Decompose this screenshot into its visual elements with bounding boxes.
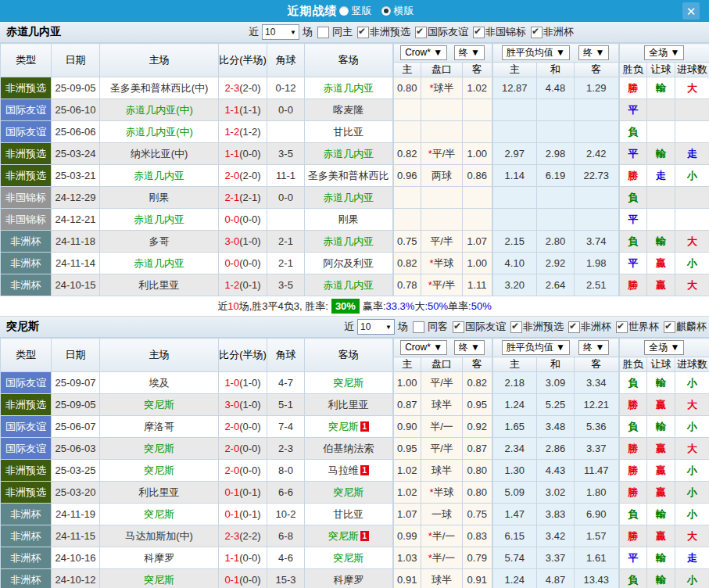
avg-home: 1.65: [492, 416, 537, 438]
match-row: 非洲杯24-11-14赤道几内亚0-0(0-0)2-1阿尔及利亚0.82*半球1…: [1, 253, 709, 274]
match-count-select[interactable]: 10▼: [357, 319, 395, 335]
odds-final-select[interactable]: 终 ▼: [454, 45, 485, 60]
layout-vertical-radio[interactable]: [339, 6, 349, 16]
league-badge: 非洲杯: [1, 569, 52, 588]
match-row: 非洲杯24-10-16科摩罗1-1(0-0)4-6突尼斯1.03*半/一0.79…: [1, 547, 709, 569]
league-checkbox[interactable]: [453, 321, 464, 333]
result-handicap: 贏: [647, 438, 675, 460]
odds-company-select[interactable]: Crow* ▼: [400, 45, 447, 60]
handicap-star: *: [428, 279, 432, 291]
col-avg-home: 主: [492, 63, 537, 77]
same-venue-checkbox[interactable]: [317, 27, 329, 38]
result-wdl: 勝: [619, 394, 647, 416]
odds-home: 1.02: [393, 460, 421, 482]
avg-draw: 3.02: [537, 482, 575, 504]
avg-draw: 2.86: [537, 438, 575, 460]
result-handicap: 贏: [647, 482, 675, 504]
score-cell: 2-0(2-0): [219, 165, 267, 187]
away-team: 突尼斯: [328, 530, 359, 542]
match-row: 非洲预选25-03-20利比里亚0-1(0-1)6-6突尼斯1.02*半球0.8…: [1, 482, 709, 504]
layout-horizontal-radio[interactable]: [381, 6, 391, 16]
result-handicap: 輸: [647, 504, 675, 525]
result-handicap: [647, 209, 675, 231]
home-team-cell: 赤道几内亚(中): [100, 99, 219, 121]
away-team: 甘比亚: [333, 126, 363, 138]
scope-select[interactable]: 全场 ▼: [644, 340, 684, 355]
wdl-average-select[interactable]: 胜平负均值 ▼: [502, 45, 570, 60]
result-wdl: 平: [619, 253, 647, 274]
home-team: 突尼斯: [144, 574, 174, 586]
home-team: 摩洛哥: [144, 421, 174, 432]
odds-company-select[interactable]: Crow* ▼: [400, 340, 447, 355]
home-team-cell: 利比里亚: [100, 482, 219, 504]
away-team: 圣多美和普林西比: [308, 170, 389, 181]
wdl-final-select[interactable]: 终 ▼: [578, 340, 609, 355]
league-checkbox[interactable]: [531, 27, 542, 38]
corner-cell: 3-5: [267, 274, 305, 296]
same-venue-checkbox[interactable]: [413, 321, 424, 333]
match-date: 24-11-14: [52, 253, 100, 274]
league-badge: 非洲预选: [1, 394, 52, 416]
result-text: 小: [687, 257, 697, 269]
avg-home: 1.24: [492, 394, 537, 416]
score-cell: 0-0(0-0): [219, 209, 267, 231]
league-checkbox[interactable]: [616, 321, 628, 333]
league-checkbox[interactable]: [415, 27, 427, 38]
close-icon[interactable]: ✕: [682, 2, 700, 20]
match-date: 25-09-07: [52, 372, 100, 394]
odds-final-select[interactable]: 终 ▼: [454, 340, 485, 355]
match-row: 非洲预选25-03-25突尼斯2-0(0-0)8-0马拉维11.02球半0.80…: [1, 460, 709, 482]
result-goals: 小: [675, 253, 709, 274]
result-wdl: 勝: [619, 460, 647, 482]
summary-part: 大:: [414, 299, 428, 314]
corner-cell: 2-1: [267, 231, 305, 253]
red-card-badge: 1: [360, 531, 369, 541]
match-date: 25-03-21: [52, 165, 100, 187]
match-count-select[interactable]: 10▼: [262, 24, 299, 40]
odds-away: 0.82: [463, 372, 492, 394]
avg-draw: 4.43: [537, 460, 575, 482]
league-checkbox[interactable]: [510, 321, 522, 333]
avg-away: 2.51: [575, 274, 619, 296]
away-team: 喀麦隆: [333, 104, 363, 116]
league-checkbox[interactable]: [664, 321, 675, 333]
result-text: 大: [687, 279, 697, 291]
odds-away: 0.75: [463, 504, 492, 525]
avg-draw: 3.37: [537, 547, 575, 569]
wdl-final-select[interactable]: 终 ▼: [578, 45, 609, 60]
result-text: 小: [687, 486, 697, 498]
corner-cell: 0-0: [267, 99, 305, 121]
odds-away: 0.80: [463, 482, 492, 504]
league-badge: 非洲杯: [1, 274, 52, 296]
avg-draw: 3.83: [537, 504, 575, 525]
result-text: 平: [628, 104, 638, 116]
league-checkbox-label: 非洲杯: [581, 320, 611, 334]
away-team-cell: 突尼斯1: [305, 416, 393, 438]
away-team-cell: 突尼斯: [305, 372, 393, 394]
result-wdl: 勝: [619, 482, 647, 504]
handicap: 半/一: [421, 416, 463, 438]
result-handicap: [647, 121, 675, 143]
corner-cell: 4-6: [267, 547, 305, 569]
result-text: 輸: [656, 235, 666, 247]
league-checkbox[interactable]: [357, 27, 369, 38]
result-text: 輸: [656, 574, 666, 586]
col-type: 类型: [1, 339, 52, 372]
corner-cell: 8-0: [267, 460, 305, 482]
result-handicap: 輸: [647, 569, 675, 588]
scope-select[interactable]: 全场 ▼: [644, 45, 684, 60]
avg-draw: 3.09: [537, 372, 575, 394]
wdl-average-select[interactable]: 胜平负均值 ▼: [502, 340, 570, 355]
result-text: 勝: [628, 399, 638, 411]
away-team: 突尼斯: [333, 377, 363, 389]
handicap: *半/一: [421, 525, 463, 547]
avg-away: 3.74: [575, 231, 619, 253]
league-checkbox[interactable]: [568, 321, 580, 333]
league-checkbox[interactable]: [473, 27, 485, 38]
home-team: 纳米比亚(中): [131, 148, 188, 160]
odds-home: 0.75: [393, 231, 421, 253]
odds-home: 1.00: [393, 372, 421, 394]
home-team-cell: 埃及: [100, 372, 219, 394]
result-text: 負: [628, 574, 638, 586]
league-badge: 国际友谊: [1, 416, 52, 438]
